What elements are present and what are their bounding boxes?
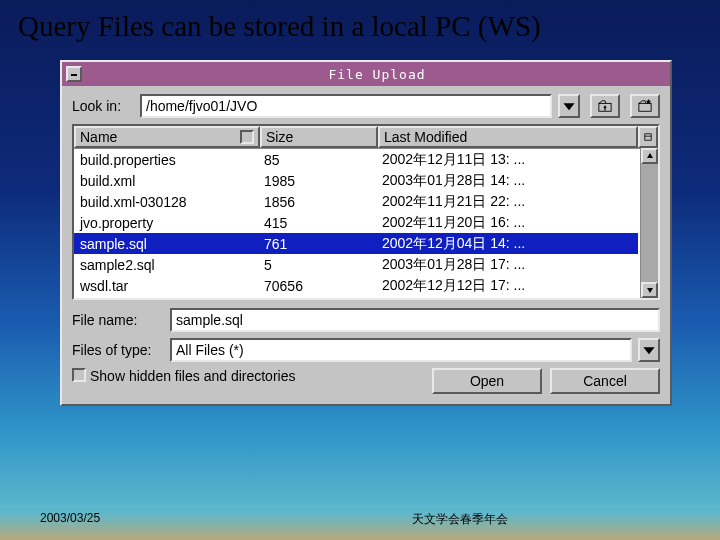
file-size: 5 — [260, 257, 378, 273]
file-name: build.xml-030128 — [74, 194, 260, 210]
svg-marker-8 — [647, 288, 653, 293]
col-size-header[interactable]: Size — [260, 126, 378, 148]
look-in-label: Look in: — [72, 98, 134, 114]
file-size: 85 — [260, 152, 378, 168]
file-row[interactable]: build.properties852002年12月11日 13: ... — [74, 149, 638, 170]
file-modified: 2002年12月12日 17: ... — [378, 277, 638, 295]
file-size: 70656 — [260, 278, 378, 294]
file-row[interactable]: sample2.sql52003年01月28日 17: ... — [74, 254, 638, 275]
file-name: build.properties — [74, 152, 260, 168]
file-name: build.xml — [74, 173, 260, 189]
scroll-up-button[interactable] — [641, 148, 658, 164]
slide-footer: 2003/03/25 天文学会春季年会 — [0, 511, 720, 528]
file-row[interactable]: jvo.property4152002年11月20日 16: ... — [74, 212, 638, 233]
list-rows: build.properties852002年12月11日 13: ...bui… — [74, 149, 658, 298]
list-header: Name Size Last Modified — [74, 126, 658, 149]
file-name: wsdl.tar — [74, 278, 260, 294]
file-modified: 2002年11月20日 16: ... — [378, 214, 638, 232]
svg-marker-2 — [603, 105, 607, 110]
titlebar: File Upload — [62, 62, 670, 86]
show-hidden-label: Show hidden files and directories — [90, 368, 255, 385]
file-name: sample.sql — [74, 236, 260, 252]
file-size: 1985 — [260, 173, 378, 189]
dialog-title: File Upload — [88, 67, 666, 82]
svg-marker-7 — [647, 153, 653, 158]
sort-indicator-icon — [240, 130, 254, 144]
open-button[interactable]: Open — [432, 368, 542, 394]
svg-rect-3 — [639, 103, 651, 111]
files-type-field[interactable]: All Files (*) — [170, 338, 632, 362]
file-name: jvo.property — [74, 215, 260, 231]
chevron-down-icon — [562, 99, 576, 113]
scroll-down-button[interactable] — [641, 282, 658, 298]
files-type-dropdown[interactable] — [638, 338, 660, 362]
chevron-down-icon — [646, 286, 654, 294]
folder-new-icon — [638, 99, 652, 113]
window-menu-button[interactable] — [66, 66, 82, 82]
chevron-up-icon — [646, 152, 654, 160]
scrollbar[interactable] — [640, 148, 658, 298]
detail-toggle-icon — [644, 132, 652, 142]
look-in-field[interactable]: /home/fjvo01/JVO — [140, 94, 552, 118]
col-name-label: Name — [80, 129, 117, 145]
col-name-header[interactable]: Name — [74, 126, 260, 148]
file-modified: 2003年01月28日 17: ... — [378, 256, 638, 274]
file-list: Name Size Last Modified build.properties… — [72, 124, 660, 300]
file-name-label: File name: — [72, 312, 164, 328]
col-corner-button[interactable] — [638, 126, 658, 148]
file-upload-dialog: File Upload Look in: /home/fjvo01/JVO — [60, 60, 672, 406]
file-modified: 2003年01月28日 14: ... — [378, 172, 638, 190]
svg-marker-9 — [643, 347, 654, 354]
file-modified: 2002年12月11日 13: ... — [378, 151, 638, 169]
file-modified: 2002年12月04日 14: ... — [378, 235, 638, 253]
svg-rect-5 — [645, 134, 651, 140]
file-row[interactable]: wsdl.tar706562002年12月12日 17: ... — [74, 275, 638, 296]
file-size: 415 — [260, 215, 378, 231]
files-type-label: Files of type: — [72, 342, 164, 358]
scroll-track[interactable] — [641, 164, 658, 282]
svg-marker-0 — [563, 103, 574, 110]
new-folder-button[interactable] — [630, 94, 660, 118]
file-size: 761 — [260, 236, 378, 252]
file-name-input[interactable]: sample.sql — [170, 308, 660, 332]
file-row[interactable]: build.xml-03012818562002年11月21日 22: ... — [74, 191, 638, 212]
chevron-down-icon — [642, 343, 656, 357]
file-row[interactable]: sample.sql7612002年12月04日 14: ... — [74, 233, 638, 254]
file-name: sample2.sql — [74, 257, 260, 273]
show-hidden-checkbox[interactable] — [72, 368, 86, 382]
file-modified: 2002年11月21日 22: ... — [378, 193, 638, 211]
slide-title: Query Files can be stored in a local PC … — [0, 0, 720, 49]
cancel-button[interactable]: Cancel — [550, 368, 660, 394]
file-size: 1856 — [260, 194, 378, 210]
up-folder-button[interactable] — [590, 94, 620, 118]
col-modified-header[interactable]: Last Modified — [378, 126, 638, 148]
footer-date: 2003/03/25 — [40, 511, 240, 528]
file-row[interactable]: build.xml19852003年01月28日 14: ... — [74, 170, 638, 191]
footer-center: 天文学会春季年会 — [240, 511, 680, 528]
folder-up-icon — [598, 99, 612, 113]
look-in-dropdown[interactable] — [558, 94, 580, 118]
